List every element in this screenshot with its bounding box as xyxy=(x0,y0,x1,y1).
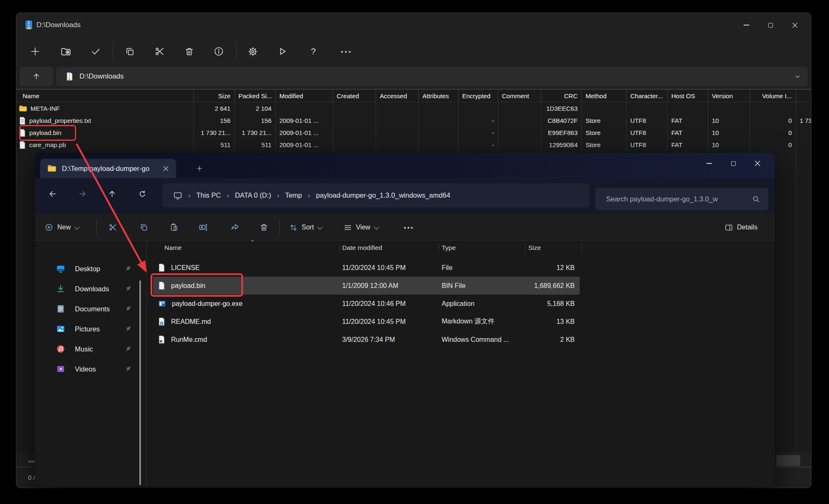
explorer-titlebar[interactable]: D:\Temp\payload-dumper-go xyxy=(35,153,775,178)
sidebar-scrollbar[interactable] xyxy=(139,280,141,485)
rename-button[interactable] xyxy=(196,220,211,235)
copy-button[interactable] xyxy=(136,220,151,235)
add-button[interactable] xyxy=(23,41,47,62)
column-header-name[interactable]: Name xyxy=(16,89,194,102)
column-header-name[interactable]: Name xyxy=(164,244,182,252)
trash-icon xyxy=(184,46,194,57)
sidebar-item-pictures[interactable]: Pictures xyxy=(35,320,139,338)
file-row-payload-dumper-go-exe[interactable]: payload-dumper-go.exe 11/20/2024 10:46 P… xyxy=(153,295,580,313)
column-header-version[interactable]: Version xyxy=(708,89,750,102)
sidebar-label: Pictures xyxy=(75,325,100,333)
sidebar-item-videos[interactable]: Videos xyxy=(35,360,139,378)
search-input[interactable] xyxy=(595,195,752,203)
column-header-host-os[interactable]: Host OS xyxy=(668,89,708,102)
column-header-packed-size[interactable]: Packed Si... xyxy=(235,89,276,102)
breadcrumb-drive[interactable]: DATA 0 (D:) xyxy=(235,191,271,199)
delete-button[interactable] xyxy=(256,220,271,235)
close-button[interactable] xyxy=(745,155,770,172)
file-packed-size: 1 730 21... xyxy=(235,127,276,139)
up-button[interactable] xyxy=(106,188,118,200)
file-row-runme-cmd[interactable]: RunMe.cmd 3/9/2026 7:34 PM Windows Comma… xyxy=(153,331,580,349)
archive-row-meta-inf[interactable]: META-INF 2 641 2 104 1D3EEC63 xyxy=(16,102,811,115)
up-directory-button[interactable] xyxy=(20,67,53,86)
column-divider[interactable] xyxy=(525,243,526,254)
archive-row-payload-properties[interactable]: payload_properties.txt 156 156 2009-01-0… xyxy=(16,115,811,127)
new-tab-button[interactable] xyxy=(193,162,206,175)
close-button[interactable] xyxy=(783,16,807,34)
sidebar-item-downloads[interactable]: Downloads xyxy=(35,280,139,298)
column-header-attributes[interactable]: Attributes xyxy=(419,89,458,102)
test-button[interactable] xyxy=(84,41,107,62)
annotation-box-target-payload-bin xyxy=(151,273,243,297)
see-more-button[interactable]: ••• xyxy=(402,220,417,235)
details-toggle-button[interactable]: Details xyxy=(724,220,757,235)
cut-button[interactable] xyxy=(105,220,120,235)
sidebar-item-documents[interactable]: Documents xyxy=(35,300,139,318)
maximize-button[interactable] xyxy=(758,16,783,34)
sidebar-item-music[interactable]: Music xyxy=(35,340,139,358)
cut-button[interactable] xyxy=(148,41,171,62)
maximize-button[interactable] xyxy=(721,155,745,172)
extract-button[interactable] xyxy=(54,41,77,62)
archive-row-care-map[interactable]: care_map.pb 511 511 2009-01-01 ... - 129… xyxy=(16,139,811,151)
file-crc: C8B4072F xyxy=(541,115,582,127)
column-divider[interactable] xyxy=(439,243,439,254)
breadcrumb-current-folder[interactable]: payload-dumper-go_1.3.0_windows_amd64 xyxy=(316,191,450,199)
column-header-crc[interactable]: CRC xyxy=(541,89,582,102)
file-row-readme-md[interactable]: README.md 11/20/2024 10:45 PM Markdown 源… xyxy=(153,313,580,331)
help-button[interactable]: ? xyxy=(302,41,325,62)
sidebar-label: Downloads xyxy=(75,285,109,293)
column-header-size[interactable]: Size xyxy=(194,89,235,102)
column-header-comment[interactable]: Comment xyxy=(498,89,541,102)
file-encrypted: - xyxy=(458,127,498,139)
column-header-size[interactable]: Size xyxy=(528,244,541,252)
nanazip-app-icon xyxy=(24,20,34,31)
ellipsis-icon: ••• xyxy=(404,224,414,231)
column-divider[interactable] xyxy=(339,243,340,254)
forward-button[interactable] xyxy=(76,188,89,200)
column-header-type[interactable]: Type xyxy=(442,244,456,252)
nanazip-address-bar[interactable]: D:\Downloads xyxy=(56,67,808,86)
sidebar-item-desktop[interactable]: Desktop xyxy=(35,260,139,278)
nanazip-toolbar: ? ••• xyxy=(16,39,811,65)
column-header-accessed[interactable]: Accessed xyxy=(376,89,419,102)
documents-icon xyxy=(56,304,65,313)
annotation-box-source-payload-bin xyxy=(19,125,76,141)
file-type: Markdown 源文件 xyxy=(439,317,525,326)
sort-button[interactable]: Sort xyxy=(289,220,321,235)
info-button[interactable] xyxy=(207,41,230,62)
settings-button[interactable] xyxy=(241,41,264,62)
column-header-volume[interactable]: Volume I... xyxy=(750,89,796,102)
column-header-method[interactable]: Method xyxy=(582,89,627,102)
more-options-button[interactable]: ••• xyxy=(335,41,358,62)
search-box[interactable] xyxy=(595,188,768,210)
horizontal-scrollbar[interactable] xyxy=(776,455,800,466)
selection-count: 0 / xyxy=(28,474,35,481)
ellipsis-icon: ••• xyxy=(341,48,353,55)
back-button[interactable] xyxy=(46,188,59,200)
archive-row-payload-bin[interactable]: payload.bin 1 730 21... 1 730 21... 2009… xyxy=(16,127,811,139)
column-header-modified[interactable]: Modified xyxy=(276,89,333,102)
address-dropdown-button[interactable] xyxy=(794,73,801,80)
delete-button[interactable] xyxy=(177,41,201,62)
minimize-button[interactable] xyxy=(734,16,758,34)
column-header-encrypted[interactable]: Encrypted xyxy=(458,89,498,102)
column-header-characteristics[interactable]: Character... xyxy=(627,89,668,102)
paste-button[interactable] xyxy=(166,220,182,235)
column-header-created[interactable]: Created xyxy=(333,89,376,102)
new-button[interactable]: New xyxy=(44,220,78,235)
breadcrumb-bar[interactable]: › This PC › DATA 0 (D:) › Temp › payload… xyxy=(162,183,589,207)
breadcrumb-temp[interactable]: Temp xyxy=(285,191,302,199)
explorer-tab[interactable]: D:\Temp\payload-dumper-go xyxy=(40,159,176,178)
column-header-date-modified[interactable]: Date modified xyxy=(342,244,382,252)
view-button[interactable]: View xyxy=(343,220,378,235)
refresh-button[interactable] xyxy=(136,188,148,200)
breadcrumb-this-pc[interactable]: This PC xyxy=(197,191,221,199)
copy-button[interactable] xyxy=(118,41,141,62)
minimize-button[interactable] xyxy=(697,155,721,172)
tab-close-button[interactable] xyxy=(163,166,169,171)
nanazip-titlebar[interactable]: D:\Downloads xyxy=(16,13,811,37)
column-divider[interactable] xyxy=(581,243,582,254)
run-button[interactable] xyxy=(271,41,294,62)
share-button[interactable] xyxy=(228,220,243,235)
